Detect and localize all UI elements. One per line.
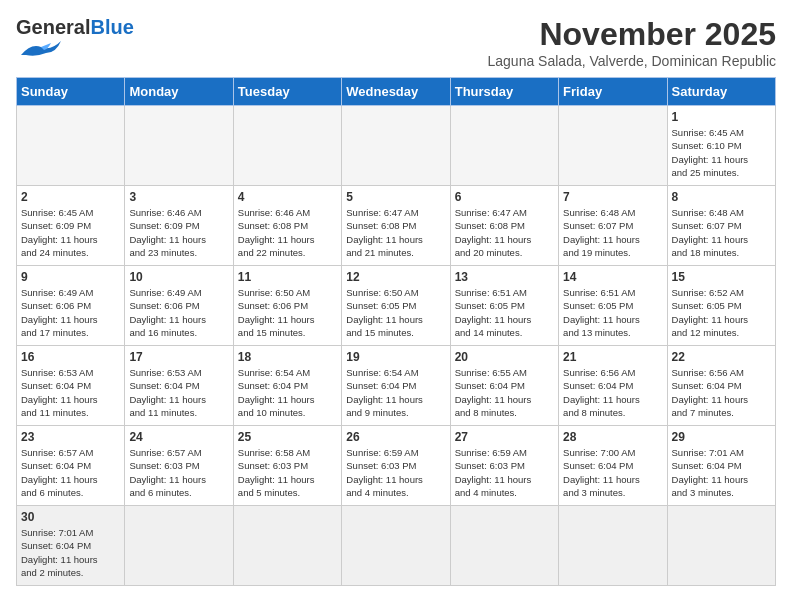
logo-blue: Blue <box>90 16 133 39</box>
calendar-cell: 23Sunrise: 6:57 AM Sunset: 6:04 PM Dayli… <box>17 426 125 506</box>
calendar-cell <box>667 506 775 586</box>
day-number: 15 <box>672 270 771 284</box>
title-block: November 2025 Laguna Salada, Valverde, D… <box>488 16 776 69</box>
day-info: Sunrise: 6:46 AM Sunset: 6:09 PM Dayligh… <box>129 206 228 259</box>
day-number: 25 <box>238 430 337 444</box>
day-info: Sunrise: 6:49 AM Sunset: 6:06 PM Dayligh… <box>129 286 228 339</box>
day-info: Sunrise: 6:57 AM Sunset: 6:04 PM Dayligh… <box>21 446 120 499</box>
calendar-week-row: 9Sunrise: 6:49 AM Sunset: 6:06 PM Daylig… <box>17 266 776 346</box>
day-info: Sunrise: 6:49 AM Sunset: 6:06 PM Dayligh… <box>21 286 120 339</box>
day-number: 29 <box>672 430 771 444</box>
calendar-cell: 30Sunrise: 7:01 AM Sunset: 6:04 PM Dayli… <box>17 506 125 586</box>
day-info: Sunrise: 6:55 AM Sunset: 6:04 PM Dayligh… <box>455 366 554 419</box>
calendar-cell <box>342 106 450 186</box>
calendar-header-row: SundayMondayTuesdayWednesdayThursdayFrid… <box>17 78 776 106</box>
column-header-saturday: Saturday <box>667 78 775 106</box>
column-header-monday: Monday <box>125 78 233 106</box>
day-info: Sunrise: 6:58 AM Sunset: 6:03 PM Dayligh… <box>238 446 337 499</box>
day-number: 10 <box>129 270 228 284</box>
calendar-cell: 27Sunrise: 6:59 AM Sunset: 6:03 PM Dayli… <box>450 426 558 506</box>
day-info: Sunrise: 6:54 AM Sunset: 6:04 PM Dayligh… <box>238 366 337 419</box>
calendar-cell: 7Sunrise: 6:48 AM Sunset: 6:07 PM Daylig… <box>559 186 667 266</box>
calendar-cell: 6Sunrise: 6:47 AM Sunset: 6:08 PM Daylig… <box>450 186 558 266</box>
calendar-cell: 8Sunrise: 6:48 AM Sunset: 6:07 PM Daylig… <box>667 186 775 266</box>
month-year-title: November 2025 <box>488 16 776 53</box>
calendar-cell <box>342 506 450 586</box>
day-info: Sunrise: 7:01 AM Sunset: 6:04 PM Dayligh… <box>672 446 771 499</box>
day-number: 20 <box>455 350 554 364</box>
calendar-cell: 9Sunrise: 6:49 AM Sunset: 6:06 PM Daylig… <box>17 266 125 346</box>
day-info: Sunrise: 6:47 AM Sunset: 6:08 PM Dayligh… <box>346 206 445 259</box>
calendar-cell <box>233 506 341 586</box>
calendar-cell: 19Sunrise: 6:54 AM Sunset: 6:04 PM Dayli… <box>342 346 450 426</box>
day-number: 1 <box>672 110 771 124</box>
calendar-cell: 16Sunrise: 6:53 AM Sunset: 6:04 PM Dayli… <box>17 346 125 426</box>
calendar-cell: 2Sunrise: 6:45 AM Sunset: 6:09 PM Daylig… <box>17 186 125 266</box>
day-info: Sunrise: 6:59 AM Sunset: 6:03 PM Dayligh… <box>455 446 554 499</box>
day-info: Sunrise: 6:57 AM Sunset: 6:03 PM Dayligh… <box>129 446 228 499</box>
day-number: 17 <box>129 350 228 364</box>
calendar-cell: 14Sunrise: 6:51 AM Sunset: 6:05 PM Dayli… <box>559 266 667 346</box>
column-header-thursday: Thursday <box>450 78 558 106</box>
day-number: 26 <box>346 430 445 444</box>
calendar-cell: 13Sunrise: 6:51 AM Sunset: 6:05 PM Dayli… <box>450 266 558 346</box>
day-number: 12 <box>346 270 445 284</box>
day-number: 24 <box>129 430 228 444</box>
day-info: Sunrise: 6:52 AM Sunset: 6:05 PM Dayligh… <box>672 286 771 339</box>
day-number: 19 <box>346 350 445 364</box>
day-info: Sunrise: 6:50 AM Sunset: 6:06 PM Dayligh… <box>238 286 337 339</box>
logo-bird-icon <box>16 39 66 61</box>
day-number: 16 <box>21 350 120 364</box>
calendar-cell: 5Sunrise: 6:47 AM Sunset: 6:08 PM Daylig… <box>342 186 450 266</box>
day-info: Sunrise: 6:53 AM Sunset: 6:04 PM Dayligh… <box>21 366 120 419</box>
day-number: 8 <box>672 190 771 204</box>
calendar-cell: 10Sunrise: 6:49 AM Sunset: 6:06 PM Dayli… <box>125 266 233 346</box>
day-info: Sunrise: 6:48 AM Sunset: 6:07 PM Dayligh… <box>672 206 771 259</box>
day-number: 3 <box>129 190 228 204</box>
day-number: 30 <box>21 510 120 524</box>
day-number: 14 <box>563 270 662 284</box>
day-info: Sunrise: 6:45 AM Sunset: 6:09 PM Dayligh… <box>21 206 120 259</box>
day-info: Sunrise: 6:47 AM Sunset: 6:08 PM Dayligh… <box>455 206 554 259</box>
day-info: Sunrise: 6:53 AM Sunset: 6:04 PM Dayligh… <box>129 366 228 419</box>
calendar-cell <box>17 106 125 186</box>
calendar-cell: 29Sunrise: 7:01 AM Sunset: 6:04 PM Dayli… <box>667 426 775 506</box>
day-info: Sunrise: 6:56 AM Sunset: 6:04 PM Dayligh… <box>563 366 662 419</box>
logo: General Blue <box>16 16 134 61</box>
day-info: Sunrise: 6:46 AM Sunset: 6:08 PM Dayligh… <box>238 206 337 259</box>
day-info: Sunrise: 7:01 AM Sunset: 6:04 PM Dayligh… <box>21 526 120 579</box>
day-number: 21 <box>563 350 662 364</box>
day-number: 2 <box>21 190 120 204</box>
calendar-cell: 1Sunrise: 6:45 AM Sunset: 6:10 PM Daylig… <box>667 106 775 186</box>
calendar-week-row: 2Sunrise: 6:45 AM Sunset: 6:09 PM Daylig… <box>17 186 776 266</box>
calendar-week-row: 1Sunrise: 6:45 AM Sunset: 6:10 PM Daylig… <box>17 106 776 186</box>
calendar-cell: 11Sunrise: 6:50 AM Sunset: 6:06 PM Dayli… <box>233 266 341 346</box>
column-header-friday: Friday <box>559 78 667 106</box>
calendar-cell: 22Sunrise: 6:56 AM Sunset: 6:04 PM Dayli… <box>667 346 775 426</box>
day-number: 7 <box>563 190 662 204</box>
day-number: 6 <box>455 190 554 204</box>
calendar-cell <box>450 506 558 586</box>
calendar-cell: 26Sunrise: 6:59 AM Sunset: 6:03 PM Dayli… <box>342 426 450 506</box>
day-number: 18 <box>238 350 337 364</box>
day-number: 9 <box>21 270 120 284</box>
calendar-cell <box>125 106 233 186</box>
calendar-week-row: 23Sunrise: 6:57 AM Sunset: 6:04 PM Dayli… <box>17 426 776 506</box>
page-header: General Blue November 2025 Laguna Salada… <box>16 16 776 69</box>
day-number: 5 <box>346 190 445 204</box>
day-info: Sunrise: 7:00 AM Sunset: 6:04 PM Dayligh… <box>563 446 662 499</box>
calendar-cell: 12Sunrise: 6:50 AM Sunset: 6:05 PM Dayli… <box>342 266 450 346</box>
day-info: Sunrise: 6:59 AM Sunset: 6:03 PM Dayligh… <box>346 446 445 499</box>
calendar-cell: 21Sunrise: 6:56 AM Sunset: 6:04 PM Dayli… <box>559 346 667 426</box>
day-number: 27 <box>455 430 554 444</box>
day-number: 22 <box>672 350 771 364</box>
day-info: Sunrise: 6:51 AM Sunset: 6:05 PM Dayligh… <box>563 286 662 339</box>
day-number: 28 <box>563 430 662 444</box>
column-header-sunday: Sunday <box>17 78 125 106</box>
column-header-wednesday: Wednesday <box>342 78 450 106</box>
day-number: 13 <box>455 270 554 284</box>
calendar-week-row: 16Sunrise: 6:53 AM Sunset: 6:04 PM Dayli… <box>17 346 776 426</box>
day-info: Sunrise: 6:56 AM Sunset: 6:04 PM Dayligh… <box>672 366 771 419</box>
day-info: Sunrise: 6:50 AM Sunset: 6:05 PM Dayligh… <box>346 286 445 339</box>
calendar-cell: 20Sunrise: 6:55 AM Sunset: 6:04 PM Dayli… <box>450 346 558 426</box>
